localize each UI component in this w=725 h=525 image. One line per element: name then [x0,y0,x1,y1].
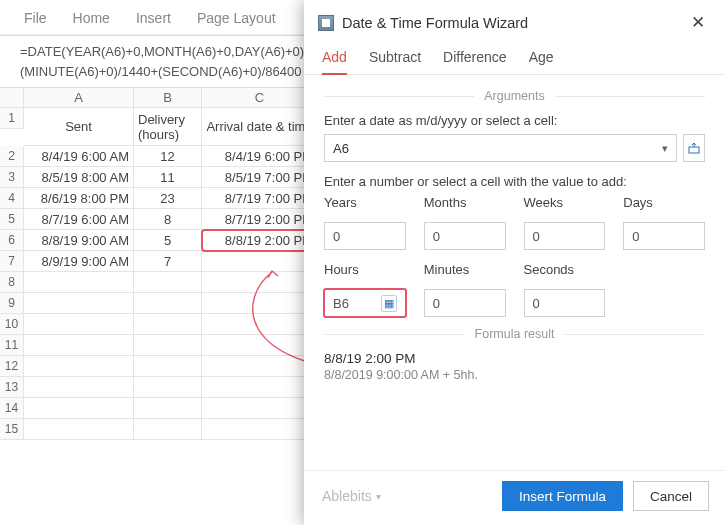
chevron-down-icon[interactable]: ▾ [662,142,668,155]
svg-rect-0 [689,147,699,153]
row-header-15[interactable]: 15 [0,419,24,440]
row-header-12[interactable]: 12 [0,356,24,377]
cell-A1[interactable]: Sent [24,108,134,146]
section-arguments: Arguments [324,89,705,103]
cell-C14[interactable] [202,398,318,419]
range-selector-icon[interactable]: ▦ [381,295,397,312]
dialog-title: Date & Time Formula Wizard [342,15,528,31]
hours-label: Hours [324,262,406,277]
row-header-13[interactable]: 13 [0,377,24,398]
hours-input-value: B6 [333,296,349,311]
cell-A7[interactable]: 8/9/19 9:00 AM [24,251,134,272]
weeks-input[interactable]: 0 [524,222,606,250]
months-input[interactable]: 0 [424,222,506,250]
row-header-6[interactable]: 6 [0,230,24,251]
date-input-value: A6 [333,141,349,156]
row-header-8[interactable]: 8 [0,272,24,293]
formula-result-main: 8/8/19 2:00 PM [324,351,705,366]
ribbon-tab-pagelayout[interactable]: Page Layout [197,10,276,26]
row-header-11[interactable]: 11 [0,335,24,356]
select-all-corner[interactable] [0,88,24,108]
section-result: Formula result [324,327,705,341]
cell-C9[interactable] [202,293,318,314]
cell-B12[interactable] [134,356,202,377]
row-header-10[interactable]: 10 [0,314,24,335]
cell-C8[interactable] [202,272,318,293]
cell-C1[interactable]: Arrival date & time [202,108,318,146]
row-header-1[interactable]: 1 [0,108,24,129]
cell-C4[interactable]: 8/7/19 7:00 PM [202,188,318,209]
cell-C6-active[interactable]: 8/8/19 2:00 PM [202,230,318,251]
cell-B15[interactable] [134,419,202,440]
ribbon-tab-insert[interactable]: Insert [136,10,171,26]
cell-A4[interactable]: 8/6/19 8:00 PM [24,188,134,209]
cell-C5[interactable]: 8/7/19 2:00 PM [202,209,318,230]
cell-C15[interactable] [202,419,318,440]
cell-A8[interactable] [24,272,134,293]
cell-B2[interactable]: 12 [134,146,202,167]
row-header-14[interactable]: 14 [0,398,24,419]
dialog-footer: Ablebits▾ Insert Formula Cancel [304,470,725,525]
cell-B8[interactable] [134,272,202,293]
dialog-body: Arguments Enter a date as m/d/yyyy or se… [304,75,725,470]
close-icon[interactable]: ✕ [685,10,711,35]
cell-A13[interactable] [24,377,134,398]
date-label: Enter a date as m/d/yyyy or select a cel… [324,113,705,128]
cell-B13[interactable] [134,377,202,398]
days-input[interactable]: 0 [623,222,705,250]
cell-A9[interactable] [24,293,134,314]
cell-A15[interactable] [24,419,134,440]
cell-A5[interactable]: 8/7/19 6:00 AM [24,209,134,230]
cell-B3[interactable]: 11 [134,167,202,188]
cell-A6[interactable]: 8/8/19 9:00 AM [24,230,134,251]
cell-B7[interactable]: 7 [134,251,202,272]
cell-C12[interactable] [202,356,318,377]
ribbon-tab-home[interactable]: Home [73,10,110,26]
tab-add[interactable]: Add [322,43,347,75]
cell-C11[interactable] [202,335,318,356]
cell-B11[interactable] [134,335,202,356]
cell-B4[interactable]: 23 [134,188,202,209]
col-header-B[interactable]: B [134,88,202,108]
cell-C10[interactable] [202,314,318,335]
row-header-2[interactable]: 2 [0,146,24,167]
seconds-input[interactable]: 0 [524,289,606,317]
cell-C2[interactable]: 8/4/19 6:00 PM [202,146,318,167]
row-header-5[interactable]: 5 [0,209,24,230]
cell-B9[interactable] [134,293,202,314]
tab-difference[interactable]: Difference [443,43,507,74]
cell-A3[interactable]: 8/5/19 8:00 AM [24,167,134,188]
cell-A14[interactable] [24,398,134,419]
cell-B10[interactable] [134,314,202,335]
cell-C13[interactable] [202,377,318,398]
cell-B14[interactable] [134,398,202,419]
years-input[interactable]: 0 [324,222,406,250]
minutes-input[interactable]: 0 [424,289,506,317]
years-label: Years [324,195,406,210]
col-header-A[interactable]: A [24,88,134,108]
cell-A12[interactable] [24,356,134,377]
cell-A11[interactable] [24,335,134,356]
row-header-9[interactable]: 9 [0,293,24,314]
cell-A2[interactable]: 8/4/19 6:00 AM [24,146,134,167]
row-header-4[interactable]: 4 [0,188,24,209]
row-header-7[interactable]: 7 [0,251,24,272]
insert-formula-button[interactable]: Insert Formula [502,481,623,511]
col-header-C[interactable]: C [202,88,318,108]
cell-C3[interactable]: 8/5/19 7:00 PM [202,167,318,188]
cell-B6[interactable]: 5 [134,230,202,251]
cell-B1[interactable]: Delivery (hours) [134,108,202,146]
hours-input[interactable]: B6 ▦ [324,289,406,317]
cancel-button[interactable]: Cancel [633,481,709,511]
tab-age[interactable]: Age [529,43,554,74]
cell-C7[interactable] [202,251,318,272]
row-header-3[interactable]: 3 [0,167,24,188]
seconds-label: Seconds [524,262,606,277]
brand-ablebits[interactable]: Ablebits▾ [322,488,381,504]
ribbon-tab-file[interactable]: File [24,10,47,26]
cell-B5[interactable]: 8 [134,209,202,230]
date-input[interactable]: A6 ▾ [324,134,677,162]
range-selector-button[interactable] [683,134,705,162]
cell-A10[interactable] [24,314,134,335]
tab-subtract[interactable]: Subtract [369,43,421,74]
